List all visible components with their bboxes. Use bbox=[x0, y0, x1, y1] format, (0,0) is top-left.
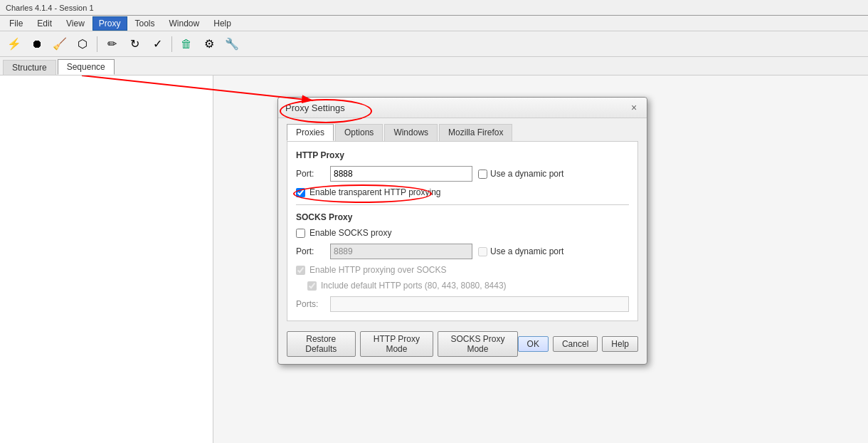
menu-window[interactable]: Window bbox=[163, 16, 206, 31]
menu-proxy[interactable]: Proxy bbox=[92, 16, 127, 31]
enable-transparent-checkbox[interactable] bbox=[296, 188, 305, 197]
toolbar-gear2[interactable]: 🔧 bbox=[222, 34, 242, 54]
proxy-settings-dialog: Proxy Settings × Proxies Options Windows… bbox=[277, 97, 647, 365]
toolbar-refresh[interactable]: ↻ bbox=[125, 34, 144, 54]
app-title: Charles 4.1.4 - Session 1 bbox=[6, 4, 94, 12]
tab-structure[interactable]: Structure bbox=[3, 60, 56, 75]
ports-label: Ports: bbox=[296, 299, 324, 309]
toolbar-check[interactable]: ✓ bbox=[147, 34, 167, 54]
enable-http-over-socks-checkbox[interactable] bbox=[296, 266, 305, 275]
dialog-footer: Restore Defaults HTTP Proxy Mode SOCKS P… bbox=[278, 327, 647, 364]
restore-defaults-button[interactable]: Restore Defaults bbox=[287, 331, 356, 357]
http-port-row: Port: Use a dynamic port bbox=[296, 166, 629, 182]
toolbar-clear-session[interactable]: 🗑 bbox=[176, 34, 196, 54]
enable-socks-row: Enable SOCKS proxy bbox=[296, 228, 629, 238]
socks-port-label: Port: bbox=[296, 246, 324, 256]
help-button[interactable]: Help bbox=[602, 336, 638, 352]
enable-http-over-socks-label: Enable HTTP proxying over SOCKS bbox=[309, 265, 447, 275]
footer-left-buttons: Restore Defaults HTTP Proxy Mode SOCKS P… bbox=[287, 331, 518, 357]
http-port-input[interactable] bbox=[330, 166, 472, 182]
toolbar-throttle[interactable]: ⬡ bbox=[73, 34, 92, 54]
socks-proxy-label: SOCKS Proxy bbox=[296, 212, 629, 222]
toolbar-broom[interactable]: 🧹 bbox=[50, 34, 70, 54]
dialog-tab-proxies[interactable]: Proxies bbox=[287, 124, 334, 141]
http-proxy-mode-button[interactable]: HTTP Proxy Mode bbox=[360, 331, 434, 357]
enable-transparent-row: Enable transparent HTTP proxying bbox=[296, 187, 629, 197]
enable-socks-label: Enable SOCKS proxy bbox=[309, 228, 391, 238]
ports-input[interactable] bbox=[330, 296, 629, 312]
socks-port-row: Port: Use a dynamic port bbox=[296, 244, 629, 259]
menu-tools[interactable]: Tools bbox=[129, 16, 162, 31]
toolbar-settings[interactable]: ⚙ bbox=[199, 34, 219, 54]
menu-file[interactable]: File bbox=[3, 16, 29, 31]
dialog-overlay: Proxy Settings × Proxies Options Windows… bbox=[0, 75, 868, 443]
menu-view[interactable]: View bbox=[60, 16, 91, 31]
view-tabs: Structure Sequence bbox=[0, 57, 868, 75]
include-default-ports-label: Include default HTTP ports (80, 443, 808… bbox=[321, 281, 507, 291]
main-content: Proxy Settings × Proxies Options Windows… bbox=[0, 75, 868, 443]
dialog-title: Proxy Settings bbox=[285, 103, 345, 113]
socks-dynamic-port-checkbox[interactable] bbox=[478, 247, 487, 256]
include-default-ports-row: Include default HTTP ports (80, 443, 808… bbox=[296, 281, 629, 291]
section-divider bbox=[296, 204, 629, 205]
http-proxy-label: HTTP Proxy bbox=[296, 150, 629, 160]
enable-transparent-label: Enable transparent HTTP proxying bbox=[309, 187, 441, 197]
dialog-tab-windows[interactable]: Windows bbox=[384, 124, 438, 141]
dialog-content: HTTP Proxy Port: Use a dynamic port Enab… bbox=[287, 141, 638, 321]
dialog-tabs: Proxies Options Windows Mozilla Firefox bbox=[278, 118, 647, 141]
http-dynamic-port-checkbox[interactable] bbox=[478, 170, 487, 179]
toolbar-sep1 bbox=[97, 36, 97, 52]
socks-proxy-mode-button[interactable]: SOCKS Proxy Mode bbox=[438, 331, 517, 357]
http-dynamic-port-label: Use a dynamic port bbox=[490, 169, 563, 179]
socks-dynamic-port-row: Use a dynamic port bbox=[478, 246, 563, 256]
dialog-close-button[interactable]: × bbox=[628, 102, 640, 113]
socks-port-input[interactable] bbox=[330, 244, 472, 259]
toolbar: ⚡ ⏺ 🧹 ⬡ ✏ ↻ ✓ 🗑 ⚙ 🔧 bbox=[0, 31, 868, 57]
menu-bar: File Edit View Proxy Tools Window Help bbox=[0, 16, 868, 31]
transparent-checkbox-container: Enable transparent HTTP proxying bbox=[296, 187, 629, 197]
ports-row: Ports: bbox=[296, 296, 629, 312]
http-port-label: Port: bbox=[296, 169, 324, 179]
dialog-titlebar: Proxy Settings × bbox=[278, 98, 647, 118]
toolbar-pencil[interactable]: ✏ bbox=[102, 34, 122, 54]
title-bar: Charles 4.1.4 - Session 1 bbox=[0, 0, 868, 16]
menu-help[interactable]: Help bbox=[207, 16, 238, 31]
footer-right-buttons: OK Cancel Help bbox=[518, 336, 638, 352]
dialog-tab-options[interactable]: Options bbox=[335, 124, 383, 141]
toolbar-record[interactable]: ⏺ bbox=[27, 34, 47, 54]
include-default-ports-checkbox[interactable] bbox=[307, 281, 317, 291]
ok-button[interactable]: OK bbox=[518, 336, 549, 352]
enable-socks-checkbox[interactable] bbox=[296, 229, 305, 238]
http-dynamic-port-row: Use a dynamic port bbox=[478, 169, 563, 179]
cancel-button[interactable]: Cancel bbox=[553, 336, 598, 352]
socks-dynamic-port-label: Use a dynamic port bbox=[490, 246, 563, 256]
toolbar-sep2 bbox=[171, 36, 172, 52]
toolbar-lightning[interactable]: ⚡ bbox=[4, 34, 24, 54]
menu-edit[interactable]: Edit bbox=[31, 16, 58, 31]
dialog-tab-firefox[interactable]: Mozilla Firefox bbox=[439, 124, 512, 141]
enable-http-over-socks-row: Enable HTTP proxying over SOCKS bbox=[296, 265, 629, 275]
tab-sequence[interactable]: Sequence bbox=[58, 59, 115, 75]
